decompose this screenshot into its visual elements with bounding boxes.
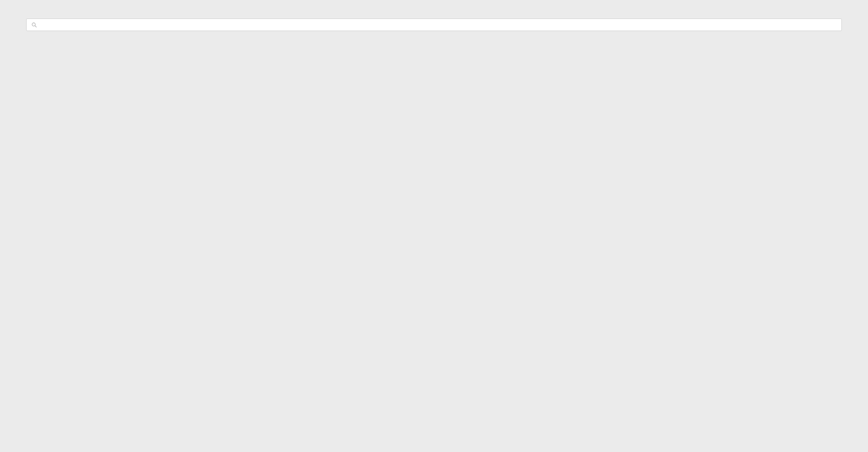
header [0,0,868,11]
gallery [0,39,868,55]
search-input[interactable] [40,22,837,28]
svg-point-0 [32,23,35,26]
svg-line-1 [35,25,37,27]
search-icon [31,22,37,28]
search-bar [26,19,842,31]
